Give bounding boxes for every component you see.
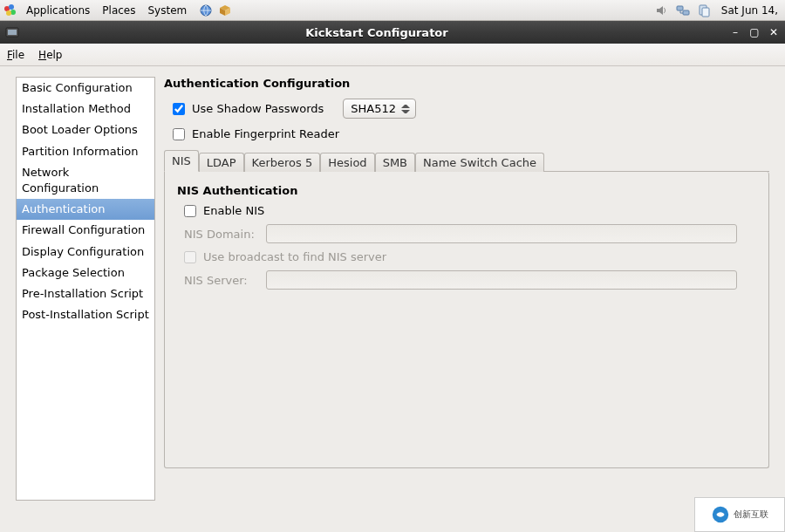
nis-broadcast-checkbox	[184, 251, 196, 263]
fingerprint-checkbox[interactable]	[173, 128, 185, 140]
panel-menu-places[interactable]: Places	[99, 3, 139, 18]
window-titlebar: Kickstart Configurator – ▢ ✕	[0, 21, 785, 44]
tab-pane-nis: NIS Authentication Enable NIS NIS Domain…	[164, 172, 769, 468]
tab-smb[interactable]: SMB	[375, 153, 415, 172]
gnome-top-panel: Applications Places System Sat Jun 14,	[0, 0, 785, 21]
menu-help[interactable]: Help	[37, 47, 64, 63]
tab-nis[interactable]: NIS	[164, 150, 199, 172]
close-button[interactable]: ✕	[768, 26, 780, 38]
enable-nis-label: Enable NIS	[203, 204, 264, 217]
tab-hesiod[interactable]: Hesiod	[320, 153, 374, 172]
distro-icon	[3, 3, 17, 17]
network-icon[interactable]	[676, 3, 690, 17]
use-shadow-checkbox[interactable]	[173, 103, 185, 115]
sidebar: Basic Configuration Installation Method …	[16, 77, 155, 501]
nis-title: NIS Authentication	[177, 184, 756, 197]
tab-name-switch-cache[interactable]: Name Switch Cache	[415, 153, 544, 172]
tab-kerberos5[interactable]: Kerberos 5	[244, 153, 321, 172]
use-shadow-label: Use Shadow Passwords	[192, 102, 324, 115]
window-title: Kickstart Configurator	[24, 26, 729, 39]
main-pane: Authentication Configuration Use Shadow …	[164, 77, 769, 516]
page-title: Authentication Configuration	[164, 77, 769, 90]
hash-algorithm-value: SHA512	[351, 102, 396, 115]
package-icon[interactable]	[218, 3, 232, 17]
minimize-button[interactable]: –	[729, 26, 741, 38]
enable-nis-checkbox[interactable]	[184, 205, 196, 217]
nis-domain-input[interactable]	[266, 224, 737, 243]
svg-rect-10	[8, 30, 17, 35]
menubar: File Help	[0, 44, 785, 66]
menu-file[interactable]: File	[5, 47, 26, 63]
svg-point-1	[9, 4, 14, 10]
browser-icon[interactable]	[199, 3, 213, 17]
sidebar-item-pre-installation-script[interactable]: Pre-Installation Script	[17, 283, 154, 304]
svg-rect-6	[683, 10, 689, 15]
svg-point-3	[6, 10, 11, 16]
sidebar-item-package-selection[interactable]: Package Selection	[17, 263, 154, 283]
sidebar-item-display-configuration[interactable]: Display Configuration	[17, 242, 154, 263]
watermark-text: 创新互联	[734, 508, 768, 521]
sidebar-item-network-configuration[interactable]: Network Configuration	[17, 162, 154, 199]
hash-algorithm-select[interactable]: SHA512	[343, 99, 416, 119]
sidebar-item-post-installation-script[interactable]: Post-Installation Script	[17, 304, 154, 325]
svg-rect-8	[702, 8, 709, 17]
sidebar-item-boot-loader-options[interactable]: Boot Loader Options	[17, 119, 154, 140]
svg-rect-5	[677, 6, 683, 10]
volume-icon[interactable]	[655, 3, 669, 17]
sidebar-item-partition-information[interactable]: Partition Information	[17, 141, 154, 162]
sidebar-item-basic-configuration[interactable]: Basic Configuration	[17, 78, 154, 99]
nis-domain-label: NIS Domain:	[184, 228, 259, 241]
watermark: 创新互联	[694, 497, 785, 532]
app-icon	[5, 25, 19, 39]
fingerprint-label: Enable Fingerprint Reader	[192, 127, 339, 140]
sidebar-item-authentication[interactable]: Authentication	[17, 199, 154, 220]
panel-menu-system[interactable]: System	[144, 3, 190, 18]
nis-server-label: NIS Server:	[184, 274, 259, 287]
nis-server-input[interactable]	[266, 270, 737, 290]
sidebar-item-firewall-configuration[interactable]: Firewall Configuration	[17, 220, 154, 241]
panel-clock[interactable]: Sat Jun 14,	[718, 4, 782, 17]
sidebar-item-installation-method[interactable]: Installation Method	[17, 99, 154, 119]
dropdown-spinner-icon	[401, 103, 410, 115]
svg-point-2	[10, 10, 16, 15]
clipboard-icon[interactable]	[697, 3, 711, 17]
panel-menu-applications[interactable]: Applications	[23, 3, 93, 18]
maximize-button[interactable]: ▢	[748, 26, 761, 38]
tab-ldap[interactable]: LDAP	[199, 153, 244, 172]
content-area: Basic Configuration Installation Method …	[0, 66, 785, 532]
watermark-logo-icon	[711, 505, 730, 524]
nis-broadcast-label: Use broadcast to find NIS server	[203, 250, 386, 263]
auth-tabs: NIS LDAP Kerberos 5 Hesiod SMB Name Swit…	[164, 149, 769, 172]
